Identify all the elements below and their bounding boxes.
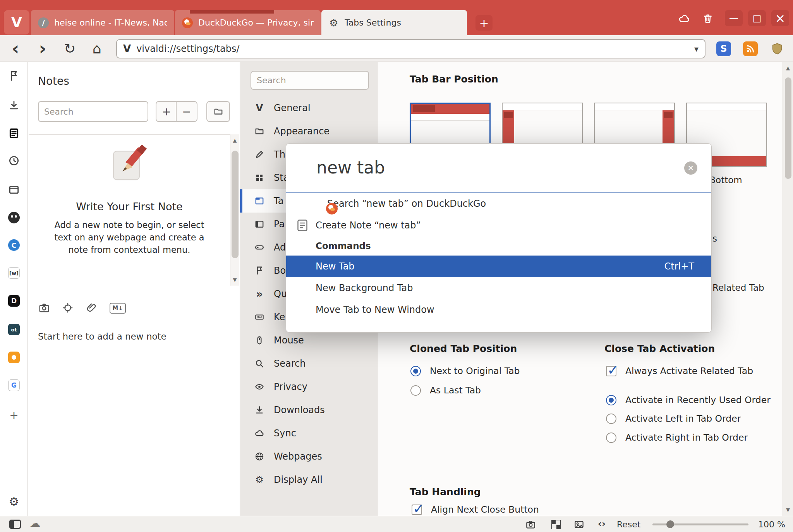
zoom-reset-button[interactable]: Reset — [617, 520, 640, 529]
settings-nav-item-general[interactable]: VGeneral — [240, 96, 378, 120]
radio-icon[interactable] — [606, 432, 616, 443]
trash-icon[interactable] — [699, 12, 716, 26]
close-button[interactable]: × — [771, 10, 789, 26]
settings-nav-item-appearance[interactable]: Appearance — [240, 120, 378, 143]
nav-label: Ta — [274, 196, 283, 206]
radio-icon[interactable] — [606, 414, 616, 424]
position-crosshair-icon[interactable] — [62, 302, 74, 314]
radio-activate-recently-used[interactable]: Activate in Recently Used Order — [606, 395, 771, 405]
radio-icon[interactable] — [410, 385, 421, 396]
suggestion-create-note[interactable]: Create Note “new tab” — [286, 215, 711, 236]
attachment-paperclip-icon[interactable] — [86, 302, 97, 314]
notes-empty-body: Add a new note to begin, or select text … — [50, 219, 208, 256]
panel-toggle-icon[interactable] — [9, 520, 21, 529]
command-new-background-tab[interactable]: New Background Tab — [286, 277, 711, 299]
nav-label: Webpages — [274, 451, 322, 462]
notes-search-input[interactable] — [38, 101, 148, 122]
page-actions-image-icon[interactable] — [574, 519, 584, 530]
settings-nav-item-webpages[interactable]: Webpages — [240, 445, 378, 468]
settings-nav-item-privacy[interactable]: Privacy — [240, 375, 378, 398]
browser-tab-settings-active[interactable]: ⚙ Tabs Settings — [321, 10, 467, 35]
nav-label: Downloads — [274, 405, 325, 415]
checkbox-always-activate-related-tab[interactable]: Always Activate Related Tab — [606, 366, 753, 376]
radio-icon[interactable] — [606, 395, 616, 405]
sync-cloud-icon[interactable] — [676, 12, 693, 26]
settings-nav-item-search[interactable]: Search — [240, 352, 378, 375]
checkbox-align-next-close-button[interactable]: Align Next Close Button — [412, 504, 539, 515]
sync-status-cloud-icon[interactable]: ☁ — [29, 517, 40, 530]
settings-nav-item-downloads[interactable]: Downloads — [240, 398, 378, 422]
radio-activate-right[interactable]: Activate Right in Tab Order — [606, 432, 748, 443]
browser-tab-duckduckgo[interactable]: DuckDuckGo — Privacy, sin — [175, 10, 321, 35]
webpanel-ot-icon[interactable]: ot — [0, 324, 28, 335]
nav-label: Bo — [274, 265, 286, 276]
scroll-down-icon[interactable]: ▼ — [783, 507, 793, 513]
command-label: Move Tab to New Window — [316, 304, 434, 315]
add-note-button[interactable]: + — [156, 101, 177, 122]
scroll-up-icon[interactable]: ▲ — [230, 137, 239, 143]
home-button[interactable]: ⌂ — [87, 38, 107, 58]
clear-input-icon[interactable]: ✕ — [684, 161, 697, 175]
webpanel-w-icon[interactable]: [w] — [0, 267, 28, 279]
code-icon[interactable]: ‹› — [598, 518, 606, 529]
shield-extension-icon[interactable] — [770, 41, 784, 56]
history-panel-icon[interactable] — [0, 155, 28, 166]
notes-panel-icon[interactable] — [0, 127, 28, 139]
scrollbar-thumb[interactable] — [232, 151, 239, 258]
radio-as-last-tab[interactable]: As Last Tab — [410, 385, 481, 396]
webpanel-mascot-icon[interactable] — [0, 212, 28, 223]
back-button[interactable]: ‹ — [5, 38, 26, 58]
zoom-slider[interactable] — [652, 523, 748, 525]
browser-tab-heise[interactable]: / heise online - IT-News, Nacl — [31, 10, 174, 35]
zoom-slider-knob[interactable] — [666, 520, 674, 528]
note-composer-placeholder[interactable]: Start here to add a new note — [38, 331, 166, 342]
capture-note-icon[interactable] — [38, 302, 50, 314]
tab-title: heise online - IT-News, Nacl — [54, 18, 167, 27]
chevron-down-icon[interactable]: ▾ — [694, 44, 699, 54]
webpanel-translate-icon[interactable]: G — [0, 379, 28, 391]
scroll-up-icon[interactable]: ▲ — [783, 65, 793, 71]
bookmarks-panel-icon[interactable] — [0, 70, 28, 82]
new-folder-button[interactable] — [206, 101, 230, 122]
minimize-button[interactable]: — — [725, 10, 743, 26]
notes-scrollbar[interactable]: ▲ ▼ — [230, 134, 239, 286]
new-tab-button[interactable]: + — [475, 15, 493, 31]
scroll-down-icon[interactable]: ▼ — [230, 277, 239, 283]
forward-button[interactable]: › — [33, 38, 53, 58]
nav-label: Qu — [274, 288, 287, 299]
radio-next-to-original-tab[interactable]: Next to Original Tab — [410, 366, 520, 376]
checkbox-icon[interactable] — [412, 505, 422, 515]
settings-nav-item-display-all[interactable]: ⚙Display All — [240, 468, 378, 491]
remove-note-button[interactable]: − — [176, 101, 197, 122]
command-move-tab-new-window[interactable]: Move Tab to New Window — [286, 299, 711, 321]
address-field[interactable]: V vivaldi://settings/tabs/ ▾ — [116, 39, 705, 58]
quick-commands-input[interactable]: new tab — [316, 158, 385, 177]
add-webpanel-button[interactable]: + — [0, 409, 28, 422]
reload-button[interactable]: ↻ — [60, 38, 80, 58]
nav-label: Search — [274, 358, 306, 369]
keyboard-icon — [253, 312, 266, 322]
radio-icon[interactable] — [410, 366, 421, 376]
webpanel-c-icon[interactable]: C — [0, 239, 28, 251]
maximize-button[interactable]: □ — [748, 10, 766, 26]
rss-extension-icon[interactable] — [743, 41, 758, 56]
capture-page-icon[interactable] — [525, 519, 536, 530]
zoom-level: 100 % — [758, 520, 785, 529]
markdown-toggle-icon[interactable]: M↓ — [110, 303, 126, 314]
settings-nav-item-sync[interactable]: Sync — [240, 422, 378, 445]
page-scrollbar[interactable]: ▲ ▼ — [783, 62, 793, 516]
command-new-tab-selected[interactable]: New Tab Ctrl+T — [286, 256, 711, 277]
settings-search-input[interactable] — [251, 71, 369, 90]
webpanel-sun-icon[interactable] — [0, 352, 28, 363]
downloads-panel-icon[interactable] — [0, 100, 28, 111]
vivaldi-menu-button[interactable]: V — [4, 10, 29, 34]
tiling-icon[interactable] — [551, 520, 561, 529]
webpanel-d-icon[interactable]: D — [0, 295, 28, 307]
window-panel-icon[interactable] — [0, 184, 28, 196]
radio-activate-left[interactable]: Activate Left in Tab Order — [606, 413, 741, 424]
suggestion-search-duckduckgo[interactable]: Search “new tab” on DuckDuckGo — [286, 193, 711, 215]
settings-gear-button[interactable]: ⚙ — [0, 495, 28, 508]
extension-icon-s[interactable]: S — [716, 41, 731, 56]
scrollbar-thumb[interactable] — [785, 77, 791, 179]
checkbox-icon[interactable] — [606, 366, 616, 376]
